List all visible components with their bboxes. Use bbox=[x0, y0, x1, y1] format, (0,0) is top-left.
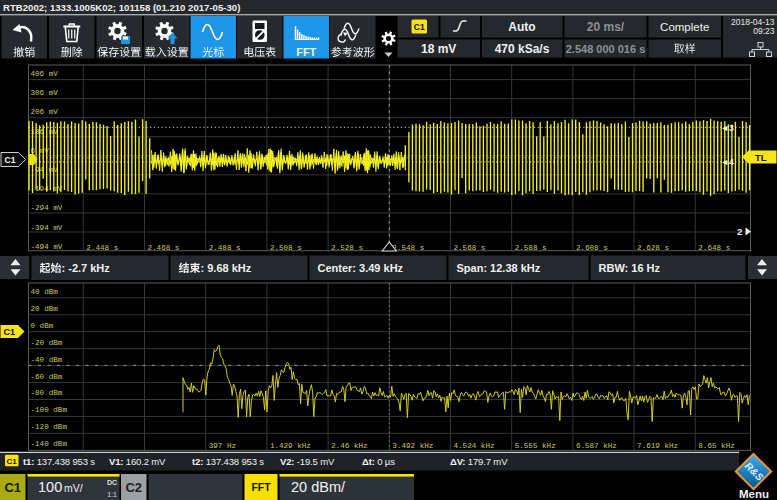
svg-text:C1: C1 bbox=[7, 457, 18, 466]
svg-text:Center: 3.49 kHz: Center: 3.49 kHz bbox=[318, 262, 404, 274]
svg-text:-394 mV: -394 mV bbox=[31, 224, 63, 232]
svg-text:2.488 s: 2.488 s bbox=[209, 244, 241, 252]
svg-text:-140 dBm: -140 dBm bbox=[31, 440, 68, 448]
svg-text:: -2.7 kHz: : -2.7 kHz bbox=[62, 262, 111, 274]
svg-text:6.587 kHz: 6.587 kHz bbox=[576, 442, 617, 450]
svg-text:2.528 s: 2.528 s bbox=[331, 244, 363, 252]
svg-text:-494 mV: -494 mV bbox=[31, 243, 63, 251]
svg-text:2.548 s: 2.548 s bbox=[392, 244, 424, 252]
svg-text:◄4: ◄4 bbox=[721, 157, 734, 167]
svg-text:Δt: 0 µs: Δt: 0 µs bbox=[362, 456, 395, 467]
svg-text:FFT: FFT bbox=[251, 481, 271, 493]
svg-text:397 Hz: 397 Hz bbox=[209, 442, 236, 450]
svg-text:: 9.68 kHz: : 9.68 kHz bbox=[201, 262, 252, 274]
svg-text:4.524 kHz: 4.524 kHz bbox=[454, 442, 495, 450]
svg-text:FFT: FFT bbox=[296, 46, 316, 58]
svg-text:2.588 s: 2.588 s bbox=[515, 244, 547, 252]
svg-text:ΔV: 179.7 mV: ΔV: 179.7 mV bbox=[450, 456, 508, 467]
svg-text:206 mV: 206 mV bbox=[31, 108, 59, 116]
svg-text:40 dBm: 40 dBm bbox=[31, 288, 59, 296]
svg-text:V1: 160.2 mV: V1: 160.2 mV bbox=[109, 456, 166, 467]
svg-text:09:23: 09:23 bbox=[753, 26, 775, 36]
svg-text:C1: C1 bbox=[4, 480, 21, 495]
svg-text:Complete: Complete bbox=[660, 21, 709, 33]
svg-text:1:1: 1:1 bbox=[107, 491, 117, 498]
svg-text:Span: 12.38 kHz: Span: 12.38 kHz bbox=[457, 262, 541, 274]
svg-text:18 mV: 18 mV bbox=[421, 42, 456, 56]
svg-text:2.548 000 016 s: 2.548 000 016 s bbox=[566, 43, 646, 55]
svg-text:-294 mV: -294 mV bbox=[31, 204, 63, 212]
svg-text:2.448 s: 2.448 s bbox=[86, 244, 118, 252]
svg-text:DC: DC bbox=[107, 479, 117, 486]
svg-text:-80 dBm: -80 dBm bbox=[31, 389, 63, 397]
svg-text:-60 dBm: -60 dBm bbox=[31, 373, 63, 381]
svg-text:RTB2002; 1333.1005K02; 101158: RTB2002; 1333.1005K02; 101158 (01.210 20… bbox=[3, 2, 240, 13]
svg-text:RBW: 16 Hz: RBW: 16 Hz bbox=[599, 262, 661, 274]
svg-text:2.46 kHz: 2.46 kHz bbox=[331, 442, 367, 450]
svg-text:Auto: Auto bbox=[508, 20, 535, 34]
svg-text:t2: 137.438 953 s: t2: 137.438 953 s bbox=[192, 456, 264, 467]
svg-text:2.628 s: 2.628 s bbox=[637, 244, 669, 252]
svg-text:406 mV: 406 mV bbox=[31, 70, 59, 78]
svg-text:1.429 kHz: 1.429 kHz bbox=[270, 442, 311, 450]
svg-text:◄3: ◄3 bbox=[721, 123, 734, 133]
svg-text:20 ms/: 20 ms/ bbox=[587, 20, 625, 34]
svg-text:C2: C2 bbox=[125, 480, 142, 495]
svg-text:2.648 s: 2.648 s bbox=[698, 244, 730, 252]
svg-text:V2: -19.5 mV: V2: -19.5 mV bbox=[280, 456, 335, 467]
svg-text:C1: C1 bbox=[4, 327, 16, 337]
svg-text:Menu: Menu bbox=[739, 488, 769, 500]
svg-text:C1: C1 bbox=[5, 155, 16, 165]
svg-text:-100 dBm: -100 dBm bbox=[31, 406, 68, 414]
svg-text:7.619 kHz: 7.619 kHz bbox=[637, 442, 678, 450]
svg-text:t1: 137.438 953 s: t1: 137.438 953 s bbox=[23, 456, 95, 467]
svg-text:470 kSa/s: 470 kSa/s bbox=[495, 42, 550, 56]
svg-text:C1: C1 bbox=[414, 22, 425, 32]
svg-text:2.468 s: 2.468 s bbox=[148, 244, 180, 252]
svg-text:TL: TL bbox=[755, 152, 767, 163]
svg-text:2.608 s: 2.608 s bbox=[576, 244, 608, 252]
svg-text:mV/: mV/ bbox=[64, 482, 83, 494]
svg-text:0 dBm: 0 dBm bbox=[31, 322, 54, 330]
svg-text:20 dBm: 20 dBm bbox=[31, 305, 59, 313]
svg-text:3.492 kHz: 3.492 kHz bbox=[392, 442, 433, 450]
svg-text:2.508 s: 2.508 s bbox=[270, 244, 302, 252]
svg-text:20 dBm/: 20 dBm/ bbox=[291, 479, 346, 495]
svg-text:-40 dBm: -40 dBm bbox=[31, 356, 63, 364]
svg-text:5.555 kHz: 5.555 kHz bbox=[515, 442, 556, 450]
svg-text:-20 dBm: -20 dBm bbox=[31, 339, 63, 347]
svg-text:100: 100 bbox=[38, 479, 62, 495]
svg-text:2.568 s: 2.568 s bbox=[454, 244, 486, 252]
svg-text:-120 dBm: -120 dBm bbox=[31, 423, 68, 431]
svg-text:8.65 kHz: 8.65 kHz bbox=[698, 442, 734, 450]
svg-text:306 mV: 306 mV bbox=[31, 89, 59, 97]
svg-text:2: 2 bbox=[737, 226, 742, 237]
